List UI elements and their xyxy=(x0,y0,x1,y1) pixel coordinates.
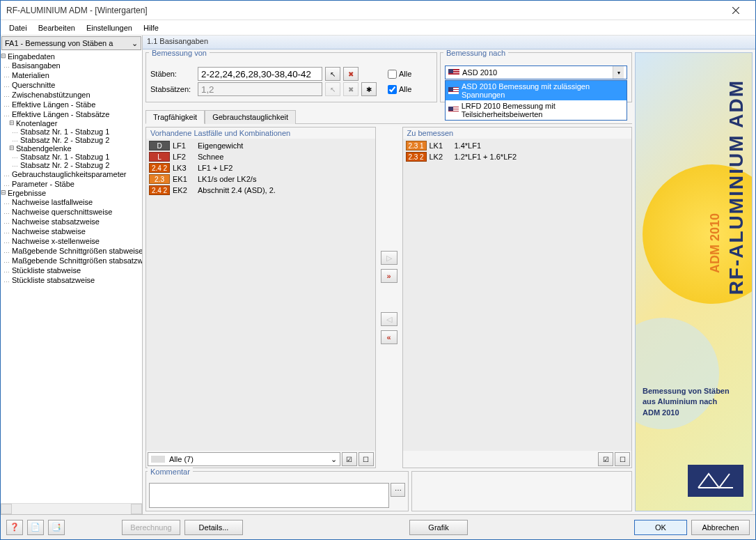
sidebar: FA1 - Bemessung von Stäben a ⌄ Eingabeda… xyxy=(1,36,143,514)
ok-button[interactable]: OK xyxy=(634,520,687,535)
clear-icon[interactable]: ✖ xyxy=(343,67,359,81)
check-alle-stabsaetzen[interactable]: Alle xyxy=(388,85,432,94)
tree-item[interactable]: Gebrauchstauglichkeitsparameter xyxy=(2,169,141,179)
footer: ❓ 📄 📑 Berechnung Details... Grafik OK Ab… xyxy=(1,514,755,539)
tree-item[interactable]: Maßgebende Schnittgrößen stabweise xyxy=(2,246,141,256)
tree-item[interactable]: Stabsatz Nr. 2 - Stabzug 2 xyxy=(2,161,141,169)
list-item[interactable]: 2.3EK1LK1/s oder LK2/s xyxy=(148,173,374,185)
abbrechen-button[interactable]: Abbrechen xyxy=(691,520,750,535)
label-stabsaetzen: Stabsätzen: xyxy=(150,85,195,93)
list-title: Zu bemessen xyxy=(403,128,632,139)
export-button[interactable]: 📑 xyxy=(48,520,65,535)
tree-item[interactable]: Zwischenabstützungen xyxy=(2,90,141,100)
input-staeben[interactable] xyxy=(198,67,322,81)
app-window: RF-ALUMINIUM ADM - [Wintergarten] Datei … xyxy=(0,0,756,540)
tree-item[interactable]: Nachweise lastfallweise xyxy=(2,197,141,207)
tree-item[interactable]: Querschnitte xyxy=(2,80,141,90)
tree-item[interactable]: Nachweise stabsatzweise xyxy=(2,217,141,226)
tree-branch-eingabedaten[interactable]: Eingabedaten xyxy=(2,52,141,61)
flag-us-icon xyxy=(448,87,459,94)
new-icon[interactable]: ✱ xyxy=(361,82,377,96)
kommentar-pick-icon[interactable]: ⋯ xyxy=(391,483,405,497)
tree-item[interactable]: Materialien xyxy=(2,70,141,80)
tab-tragfaehigkeit[interactable]: Tragfähigkeit xyxy=(145,110,205,124)
menu-einstellungen[interactable]: Einstellungen xyxy=(81,22,138,33)
tree-item[interactable]: Maßgebende Schnittgrößen stabsatzweise xyxy=(2,256,141,265)
tree-item[interactable]: Stückliste stabweise xyxy=(2,265,141,275)
main: 1.1 Basisangaben Bemessung von Stäben: ↖… xyxy=(143,36,755,514)
check-all-icon[interactable]: ☑ xyxy=(342,452,357,466)
menu-hilfe[interactable]: Hilfe xyxy=(138,22,164,33)
scroll-track[interactable] xyxy=(12,504,131,514)
norm-option-lrfd[interactable]: LRFD 2010 Bemessung mit Teilsicherheitsb… xyxy=(446,100,627,120)
norm-dropdown[interactable]: ASD 2010 ▾ ASD 2010 Bemessung mit zuläss… xyxy=(445,65,627,79)
case-combo[interactable]: FA1 - Bemessung von Stäben a ⌄ xyxy=(1,36,141,50)
lists-row: Vorhandene Lastfälle und Kombinationen D… xyxy=(145,127,632,468)
tree-item[interactable]: Nachweise x-stellenweise xyxy=(2,236,141,246)
group-title: Kommentar xyxy=(148,468,193,476)
scroll-left-icon[interactable] xyxy=(1,504,12,514)
unit-button[interactable]: 📄 xyxy=(27,520,44,535)
group-kommentar: Kommentar ⋯ xyxy=(145,471,409,511)
move-all-left-button[interactable]: « xyxy=(381,330,397,344)
tree-item[interactable]: Parameter - Stäbe xyxy=(2,179,141,189)
uncheck-all-icon[interactable]: ☐ xyxy=(359,452,374,466)
tree-item[interactable]: Effektive Längen - Stäbe xyxy=(2,100,141,109)
list-body[interactable]: DLF1Eigengewicht LLF2Schnee 2.4 2LK3LF1 … xyxy=(146,139,375,451)
main-content: Bemessung von Stäben: ↖ ✖ Alle Stabsätze… xyxy=(143,49,755,514)
left-pane: Bemessung von Stäben: ↖ ✖ Alle Stabsätze… xyxy=(145,52,632,511)
kommentar-textarea[interactable] xyxy=(149,483,389,508)
tree-branch-stabendgelenke[interactable]: Stabendgelenke xyxy=(10,144,141,153)
tab-gebrauchstauglichkeit[interactable]: Gebrauchstauglichkeit xyxy=(205,110,296,124)
list-item[interactable]: LLF2Schnee xyxy=(148,151,374,162)
check-alle-staeben[interactable]: Alle xyxy=(388,70,432,79)
list-item[interactable]: 2.3 2LK21.2*LF1 + 1.6*LF2 xyxy=(404,151,631,162)
tree-item[interactable]: Stückliste stabsatzweise xyxy=(2,275,141,285)
group-bemessung-nach: Bemessung nach ASD 2010 ▾ ASD 2010 Bemes… xyxy=(440,52,632,102)
move-all-right-button[interactable]: » xyxy=(381,269,397,283)
norm-dropdown-list: ASD 2010 Bemessung mit zulässigen Spannu… xyxy=(445,80,627,121)
details-button[interactable]: Details... xyxy=(184,520,243,535)
list-item[interactable]: 2.4 2EK2Abschnitt 2.4 (ASD), 2. xyxy=(148,185,374,196)
pick-icon[interactable]: ↖ xyxy=(325,67,340,81)
filter-select[interactable]: Alle (7) ⌄ xyxy=(148,452,340,466)
tree-item[interactable]: Stabsatz Nr. 2 - Stabzug 2 xyxy=(2,136,141,144)
product-title: RF-ALUMINIUM ADM xyxy=(725,79,748,295)
list-item[interactable]: 2.3 1LK11.4*LF1 xyxy=(404,140,631,151)
norm-option-asd[interactable]: ASD 2010 Bemessung mit zulässigen Spannu… xyxy=(446,81,627,100)
list-item[interactable]: DLF1Eigengewicht xyxy=(148,140,374,151)
group-bemessung-von: Bemessung von Stäben: ↖ ✖ Alle Stabsätze… xyxy=(145,52,437,102)
tree-branch-ergebnisse[interactable]: Ergebnisse xyxy=(2,189,141,197)
move-right-button[interactable]: ▷ xyxy=(381,251,397,265)
move-left-button[interactable]: ◁ xyxy=(381,312,397,326)
tree-item[interactable]: Effektive Längen - Stabsätze xyxy=(2,109,141,119)
list-item[interactable]: 2.4 2LK3LF1 + LF2 xyxy=(148,162,374,173)
group-title: Bemessung nach xyxy=(443,49,508,57)
check-all-icon[interactable]: ☑ xyxy=(598,452,613,466)
tree-branch-knotenlager[interactable]: Knotenlager xyxy=(10,119,141,128)
nav-tree[interactable]: Eingabedaten Basisangaben Materialien Qu… xyxy=(1,51,142,503)
tree-item[interactable]: Stabsatz Nr. 1 - Stabzug 1 xyxy=(2,128,141,136)
sidebar-scrollbar[interactable] xyxy=(1,503,142,514)
flag-us-icon xyxy=(448,107,459,114)
menu-datei[interactable]: Datei xyxy=(3,22,33,33)
help-button[interactable]: ❓ xyxy=(6,520,23,535)
label-staeben: Stäben: xyxy=(150,70,195,78)
tree-item[interactable]: Stabsatz Nr. 1 - Stabzug 1 xyxy=(2,153,141,161)
titlebar: RF-ALUMINIUM ADM - [Wintergarten] xyxy=(1,1,755,20)
tree-item[interactable]: Nachweise querschnittsweise xyxy=(2,207,141,217)
group-title: Bemessung von xyxy=(149,49,210,57)
menubar: Datei Bearbeiten Einstellungen Hilfe xyxy=(1,20,755,36)
close-button[interactable] xyxy=(722,1,750,20)
uncheck-all-icon[interactable]: ☐ xyxy=(615,452,630,466)
filter-color-icon xyxy=(151,456,165,463)
tree-item[interactable]: Nachweise stabweise xyxy=(2,226,141,236)
menu-bearbeiten[interactable]: Bearbeiten xyxy=(33,22,81,33)
scroll-right-icon[interactable] xyxy=(131,504,142,514)
list-selected: Zu bemessen 2.3 1LK11.4*LF1 2.3 2LK21.2*… xyxy=(402,127,633,468)
list-body[interactable]: 2.3 1LK11.4*LF1 2.3 2LK21.2*LF1 + 1.6*LF… xyxy=(403,139,632,451)
clear-icon: ✖ xyxy=(343,82,359,96)
tree-item[interactable]: Basisangaben xyxy=(2,61,141,70)
berechnung-button[interactable]: Berechnung xyxy=(122,520,180,535)
grafik-button[interactable]: Grafik xyxy=(409,520,468,535)
